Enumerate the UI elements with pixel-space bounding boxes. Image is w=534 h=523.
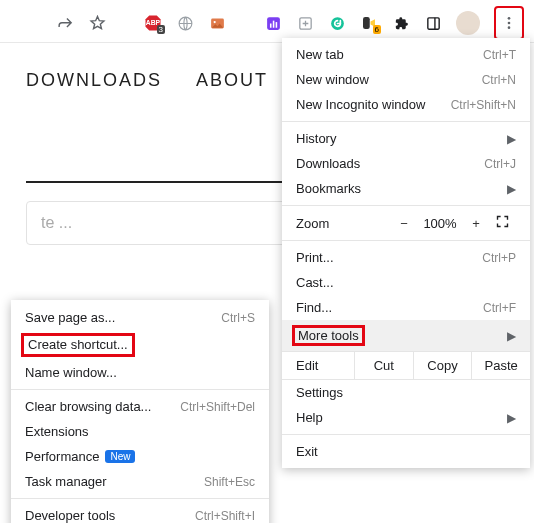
browser-toolbar: ABP 3 6 (0, 0, 534, 43)
menu-label: New window (296, 72, 369, 87)
menu-label: Help (296, 410, 323, 425)
shortcut-hint: Ctrl+F (483, 301, 516, 315)
chevron-right-icon: ▶ (507, 411, 516, 425)
shortcut-hint: Ctrl+Shift+N (451, 98, 516, 112)
menu-label: Exit (296, 444, 318, 459)
svg-point-13 (508, 22, 511, 25)
submenu-developer-tools[interactable]: Developer tools Ctrl+Shift+I (11, 503, 269, 523)
svg-point-3 (213, 20, 215, 22)
menu-print[interactable]: Print... Ctrl+P (282, 245, 530, 270)
menu-exit[interactable]: Exit (282, 439, 530, 464)
menu-zoom-row: Zoom − 100% + (282, 210, 530, 236)
menu-find[interactable]: Find... Ctrl+F (282, 295, 530, 320)
submenu-create-shortcut[interactable]: Create shortcut... (11, 330, 269, 360)
chevron-right-icon: ▶ (507, 182, 516, 196)
menu-label: Downloads (296, 156, 360, 171)
menu-cast[interactable]: Cast... (282, 270, 530, 295)
grammarly-icon[interactable] (328, 14, 346, 32)
picture-icon[interactable] (208, 14, 226, 32)
adblock-icon[interactable]: ABP 3 (144, 14, 162, 32)
submenu-extensions[interactable]: Extensions (11, 419, 269, 444)
video-badge: 6 (373, 25, 381, 34)
chevron-right-icon: ▶ (507, 132, 516, 146)
cut-button[interactable]: Cut (354, 352, 413, 379)
menu-new-tab[interactable]: New tab Ctrl+T (282, 42, 530, 67)
menu-bookmarks[interactable]: Bookmarks ▶ (282, 176, 530, 201)
menu-label: Find... (296, 300, 332, 315)
copy-button[interactable]: Copy (413, 352, 472, 379)
submenu-label: Name window... (25, 365, 117, 380)
submenu-task-manager[interactable]: Task manager Shift+Esc (11, 469, 269, 494)
svg-point-14 (508, 26, 511, 29)
shortcut-hint: Ctrl+Shift+Del (180, 400, 255, 414)
menu-downloads[interactable]: Downloads Ctrl+J (282, 151, 530, 176)
profile-avatar[interactable] (456, 11, 480, 35)
menu-label: New Incognito window (296, 97, 425, 112)
menu-label: More tools (298, 328, 359, 343)
svg-point-12 (508, 17, 511, 20)
zoom-label: Zoom (296, 216, 346, 231)
menu-label: New tab (296, 47, 344, 62)
menu-history[interactable]: History ▶ (282, 126, 530, 151)
shortcut-hint: Ctrl+P (482, 251, 516, 265)
nav-downloads[interactable]: DOWNLOADS (26, 70, 162, 91)
page-divider (26, 181, 284, 183)
paste-button[interactable]: Paste (471, 352, 530, 379)
shortcut-hint: Ctrl+S (221, 311, 255, 325)
fullscreen-button[interactable] (488, 214, 516, 232)
menu-label: Bookmarks (296, 181, 361, 196)
shortcut-hint: Ctrl+N (482, 73, 516, 87)
add-extension-icon[interactable] (296, 14, 314, 32)
new-badge: New (105, 450, 135, 463)
globe-icon[interactable] (176, 14, 194, 32)
svg-rect-11 (427, 17, 438, 28)
submenu-performance[interactable]: Performance New (11, 444, 269, 469)
menu-new-window[interactable]: New window Ctrl+N (282, 67, 530, 92)
menu-help[interactable]: Help ▶ (282, 405, 530, 430)
submenu-label: Extensions (25, 424, 89, 439)
zoom-percent: 100% (416, 216, 464, 231)
menu-settings[interactable]: Settings (282, 380, 530, 405)
kebab-menu-highlight (494, 6, 524, 40)
svg-rect-10 (363, 17, 370, 29)
extensions-puzzle-icon[interactable] (392, 14, 410, 32)
menu-edit-row: Edit Cut Copy Paste (282, 351, 530, 380)
share-icon[interactable] (56, 14, 74, 32)
submenu-label: Save page as... (25, 310, 115, 325)
menu-label: History (296, 131, 336, 146)
kebab-menu-icon[interactable] (500, 14, 518, 32)
svg-rect-7 (275, 22, 277, 28)
shortcut-hint: Shift+Esc (204, 475, 255, 489)
submenu-label: Performance (25, 449, 99, 464)
svg-rect-5 (269, 23, 271, 27)
analytics-icon[interactable] (264, 14, 282, 32)
highlight-box: Create shortcut... (21, 333, 135, 357)
video-download-icon[interactable]: 6 (360, 14, 378, 32)
nav-about[interactable]: ABOUT (196, 70, 268, 91)
menu-incognito[interactable]: New Incognito window Ctrl+Shift+N (282, 92, 530, 117)
more-tools-submenu: Save page as... Ctrl+S Create shortcut..… (11, 300, 269, 523)
shortcut-hint: Ctrl+Shift+I (195, 509, 255, 523)
edit-label: Edit (282, 352, 354, 379)
page-input[interactable]: te ... (26, 201, 296, 245)
menu-label: Print... (296, 250, 334, 265)
submenu-label: Create shortcut... (28, 337, 128, 352)
submenu-clear-data[interactable]: Clear browsing data... Ctrl+Shift+Del (11, 394, 269, 419)
zoom-in-button[interactable]: + (464, 216, 488, 231)
menu-label: Settings (296, 385, 343, 400)
sidepanel-icon[interactable] (424, 14, 442, 32)
highlight-box: More tools (292, 325, 365, 346)
submenu-label: Clear browsing data... (25, 399, 151, 414)
submenu-save-page[interactable]: Save page as... Ctrl+S (11, 305, 269, 330)
menu-more-tools[interactable]: More tools ▶ (282, 320, 530, 351)
shortcut-hint: Ctrl+J (484, 157, 516, 171)
submenu-label: Developer tools (25, 508, 115, 523)
svg-rect-6 (272, 20, 274, 27)
adblock-badge: 3 (157, 25, 165, 34)
bookmark-star-icon[interactable] (88, 14, 106, 32)
submenu-name-window[interactable]: Name window... (11, 360, 269, 385)
chrome-main-menu: New tab Ctrl+T New window Ctrl+N New Inc… (282, 38, 530, 468)
menu-label: Cast... (296, 275, 334, 290)
zoom-out-button[interactable]: − (392, 216, 416, 231)
submenu-label: Task manager (25, 474, 107, 489)
